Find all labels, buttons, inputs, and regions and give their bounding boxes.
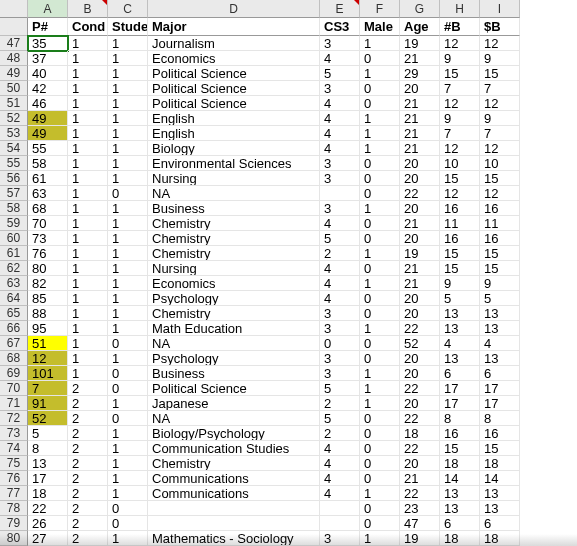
- cell[interactable]: 68: [28, 201, 68, 216]
- cell[interactable]: 22: [400, 441, 440, 456]
- cell[interactable]: 1: [68, 336, 108, 351]
- col-header-B[interactable]: B: [68, 0, 108, 18]
- cell[interactable]: 9: [480, 111, 520, 126]
- cell[interactable]: 21: [400, 96, 440, 111]
- cell[interactable]: 6: [480, 516, 520, 531]
- cell[interactable]: 1: [68, 81, 108, 96]
- cell[interactable]: 17: [480, 381, 520, 396]
- cell[interactable]: 1: [108, 216, 148, 231]
- cell[interactable]: 15: [440, 246, 480, 261]
- col-header-I[interactable]: I: [480, 0, 520, 18]
- col-header-G[interactable]: G: [400, 0, 440, 18]
- cell[interactable]: 4: [320, 291, 360, 306]
- cell[interactable]: 16: [440, 231, 480, 246]
- cell[interactable]: 1: [108, 66, 148, 81]
- col-header-F[interactable]: F: [360, 0, 400, 18]
- cell[interactable]: Business: [148, 201, 320, 216]
- col-header-A[interactable]: A: [28, 0, 68, 18]
- cell[interactable]: 1: [108, 321, 148, 336]
- col-header-H[interactable]: H: [440, 0, 480, 18]
- cell[interactable]: 19: [400, 531, 440, 546]
- cell[interactable]: 1: [68, 36, 108, 51]
- header-cell[interactable]: Cond: [68, 18, 108, 36]
- cell[interactable]: 12: [28, 351, 68, 366]
- cell[interactable]: 4: [320, 126, 360, 141]
- cell[interactable]: 1: [360, 321, 400, 336]
- cell[interactable]: Chemistry: [148, 456, 320, 471]
- cell[interactable]: 2: [68, 501, 108, 516]
- cell[interactable]: 15: [480, 261, 520, 276]
- cell[interactable]: 20: [400, 156, 440, 171]
- cell[interactable]: Biology/Psychology: [148, 426, 320, 441]
- row-header[interactable]: 60: [0, 231, 28, 246]
- cell[interactable]: 5: [320, 411, 360, 426]
- cell[interactable]: 3: [320, 531, 360, 546]
- cell[interactable]: 1: [68, 366, 108, 381]
- cell[interactable]: 0: [360, 51, 400, 66]
- cell[interactable]: 5: [480, 291, 520, 306]
- row-header[interactable]: 69: [0, 366, 28, 381]
- cell[interactable]: 12: [440, 36, 480, 51]
- cell[interactable]: 1: [360, 201, 400, 216]
- cell[interactable]: 27: [28, 531, 68, 546]
- row-header[interactable]: [0, 18, 28, 36]
- cell[interactable]: 0: [360, 501, 400, 516]
- row-header[interactable]: 62: [0, 261, 28, 276]
- cell[interactable]: 1: [68, 126, 108, 141]
- cell[interactable]: 18: [480, 531, 520, 546]
- cell[interactable]: 13: [440, 351, 480, 366]
- cell[interactable]: 1: [68, 306, 108, 321]
- cell[interactable]: 0: [360, 156, 400, 171]
- row-header[interactable]: 54: [0, 141, 28, 156]
- spreadsheet-grid[interactable]: ABCDEFGHIP#CondStudeMajorCS3MaleAge#B$B4…: [0, 0, 577, 546]
- cell[interactable]: 2: [68, 396, 108, 411]
- cell[interactable]: 17: [440, 381, 480, 396]
- cell[interactable]: 4: [440, 336, 480, 351]
- cell[interactable]: 16: [480, 231, 520, 246]
- cell[interactable]: 2: [68, 441, 108, 456]
- row-header[interactable]: 77: [0, 486, 28, 501]
- cell[interactable]: 1: [68, 276, 108, 291]
- cell[interactable]: 47: [400, 516, 440, 531]
- cell[interactable]: 88: [28, 306, 68, 321]
- cell[interactable]: English: [148, 111, 320, 126]
- cell[interactable]: 0: [108, 336, 148, 351]
- row-header[interactable]: 51: [0, 96, 28, 111]
- cell[interactable]: 1: [108, 111, 148, 126]
- cell[interactable]: 13: [440, 321, 480, 336]
- cell[interactable]: 1: [108, 471, 148, 486]
- cell[interactable]: 2: [68, 456, 108, 471]
- row-header[interactable]: 80: [0, 531, 28, 546]
- row-header[interactable]: 61: [0, 246, 28, 261]
- cell[interactable]: 0: [360, 411, 400, 426]
- cell[interactable]: 17: [440, 396, 480, 411]
- cell[interactable]: 46: [28, 96, 68, 111]
- cell[interactable]: 18: [480, 456, 520, 471]
- cell[interactable]: 76: [28, 246, 68, 261]
- cell[interactable]: 1: [68, 156, 108, 171]
- cell[interactable]: NA: [148, 336, 320, 351]
- col-header-E[interactable]: E: [320, 0, 360, 18]
- cell[interactable]: 55: [28, 141, 68, 156]
- row-header[interactable]: 64: [0, 291, 28, 306]
- cell[interactable]: 2: [68, 426, 108, 441]
- cell[interactable]: 20: [400, 201, 440, 216]
- cell[interactable]: 6: [480, 366, 520, 381]
- cell[interactable]: 12: [480, 186, 520, 201]
- cell[interactable]: 1: [360, 531, 400, 546]
- cell[interactable]: Nursing: [148, 171, 320, 186]
- cell[interactable]: 4: [320, 141, 360, 156]
- cell[interactable]: 21: [400, 261, 440, 276]
- cell[interactable]: 1: [360, 141, 400, 156]
- cell[interactable]: Political Science: [148, 66, 320, 81]
- cell[interactable]: 101: [28, 366, 68, 381]
- cell[interactable]: 19: [400, 246, 440, 261]
- cell[interactable]: 21: [400, 471, 440, 486]
- cell[interactable]: 4: [320, 216, 360, 231]
- cell[interactable]: 0: [360, 261, 400, 276]
- cell[interactable]: 9: [480, 51, 520, 66]
- cell[interactable]: 2: [68, 471, 108, 486]
- cell[interactable]: 0: [108, 381, 148, 396]
- cell[interactable]: 1: [108, 96, 148, 111]
- cell[interactable]: Business: [148, 366, 320, 381]
